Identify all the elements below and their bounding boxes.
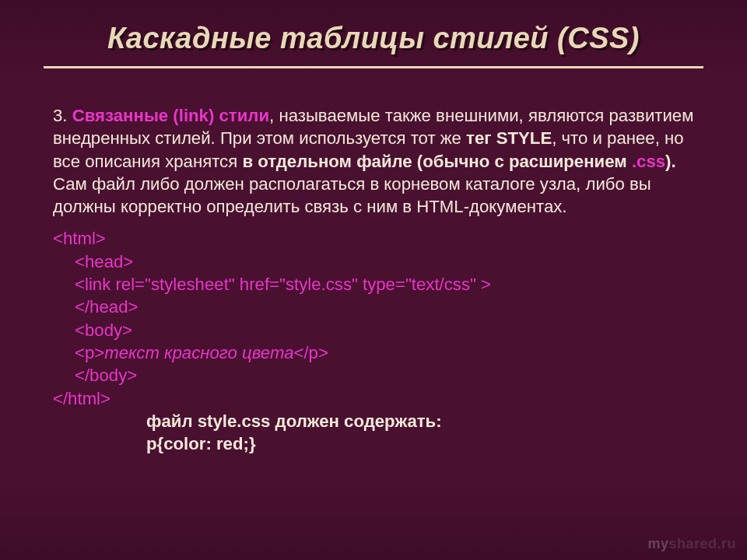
code-p-text: текст красного цвета [104, 343, 293, 362]
file-desc-end: ). [665, 152, 676, 171]
code-line-4: </head> [75, 297, 138, 317]
paragraph: 3. Связанные (link) стили, называемые та… [53, 104, 703, 218]
code-line-8: </html> [53, 389, 110, 408]
code-p-open: <p> [75, 343, 104, 362]
code-line-2: <head> [75, 252, 133, 271]
code-p-close: </p> [294, 343, 328, 362]
code-line-3: <link rel="stylesheet" href="style.css" … [75, 275, 491, 294]
title-area: Каскадные таблицы стилей (CSS) [44, 22, 703, 68]
content: 3. Связанные (link) стили, называемые та… [44, 104, 703, 455]
note-line-2: p{color: red;} [146, 432, 703, 455]
watermark: myshared.ru [647, 536, 736, 552]
watermark-right: shared.ru [668, 536, 736, 551]
title-underline [44, 66, 703, 68]
css-extension: .css [632, 152, 665, 171]
style-tag-term: тег STYLE [466, 128, 552, 148]
slide: Каскадные таблицы стилей (CSS) 3. Связан… [0, 0, 747, 560]
code-line-5: <body> [75, 320, 132, 340]
code-line-7: </body> [75, 366, 137, 385]
watermark-left: my [647, 536, 668, 551]
note-line-1: файл style.css должен содержать: [146, 410, 703, 432]
linked-styles-term: Связанные (link) стили [72, 106, 269, 125]
file-desc-bold: в отдельном файле (обычно с расширением [242, 152, 632, 171]
note-block: файл style.css должен содержать: p{color… [53, 410, 703, 456]
list-number: 3. [53, 106, 68, 125]
text-seg-3: Сам файл либо должен располагаться в кор… [53, 174, 651, 216]
code-line-1: <html> [53, 229, 106, 248]
slide-title: Каскадные таблицы стилей (CSS) [107, 22, 640, 66]
code-example: <html> <head> <link rel="stylesheet" hre… [53, 227, 703, 409]
